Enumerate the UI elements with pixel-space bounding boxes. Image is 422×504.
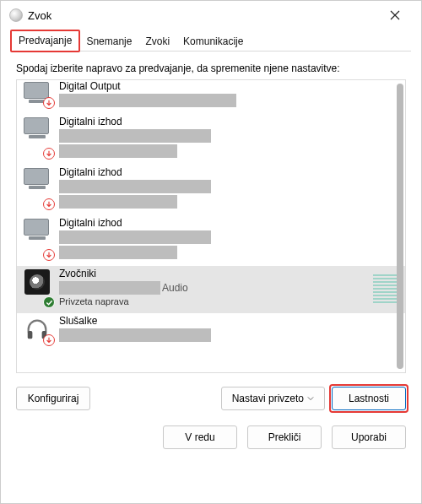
device-name: Zvočniki	[59, 268, 400, 279]
monitor-icon	[24, 168, 51, 192]
tab-communications[interactable]: Komunikacije	[176, 32, 250, 51]
device-desc-redacted	[59, 230, 211, 244]
scrollbar-thumb[interactable]	[397, 84, 403, 369]
tab-recording[interactable]: Snemanje	[79, 32, 138, 51]
arrow-down-badge-icon	[43, 198, 55, 210]
device-list-panel: Digital Output Digitalni izhod	[16, 79, 406, 373]
scrollbar[interactable]	[397, 80, 405, 372]
arrow-down-badge-icon	[43, 334, 55, 346]
ok-button[interactable]: V redu	[163, 425, 237, 449]
device-desc-redacted	[59, 328, 211, 342]
device-status-redacted	[59, 144, 177, 158]
close-icon	[390, 10, 400, 20]
sound-dialog: Zvok Predvajanje Snemanje Zvoki Komunika…	[0, 0, 422, 504]
arrow-down-badge-icon	[43, 249, 55, 261]
device-actions-row: Konfiguriraj Nastavi privzeto Lastnosti	[1, 373, 421, 419]
device-desc-redacted	[59, 129, 211, 143]
app-icon	[9, 8, 23, 22]
tab-sounds[interactable]: Zvoki	[138, 32, 176, 51]
level-meter	[373, 271, 398, 303]
configure-button[interactable]: Konfiguriraj	[16, 387, 90, 410]
chevron-down-icon	[307, 395, 314, 402]
device-desc-redacted	[59, 94, 236, 107]
speaker-icon	[24, 269, 50, 295]
device-name: Digitalni izhod	[59, 166, 400, 178]
device-item[interactable]: Digitalni izhod	[17, 215, 405, 266]
device-list[interactable]: Digital Output Digitalni izhod	[17, 80, 405, 372]
instruction-text: Spodaj izberite napravo za predvajanje, …	[1, 52, 421, 79]
device-status: Privzeta naprava	[59, 296, 400, 306]
device-name: Digitalni izhod	[59, 116, 400, 127]
device-name: Digital Output	[59, 80, 400, 92]
device-item[interactable]: Digitalni izhod	[17, 165, 405, 215]
tab-strip: Predvajanje Snemanje Zvoki Komunikacije	[1, 30, 421, 51]
close-button[interactable]	[377, 3, 413, 27]
device-desc-redacted	[59, 281, 160, 295]
svg-rect-0	[28, 331, 33, 339]
tab-playback[interactable]: Predvajanje	[11, 30, 79, 51]
properties-button[interactable]: Lastnosti	[332, 387, 406, 410]
monitor-icon	[24, 219, 51, 242]
set-default-button[interactable]: Nastavi privzeto	[221, 387, 325, 410]
device-name: Digitalni izhod	[59, 217, 400, 229]
device-desc-suffix: Audio	[160, 282, 188, 294]
titlebar: Zvok	[1, 1, 421, 30]
device-desc-redacted	[59, 180, 211, 193]
apply-button[interactable]: Uporabi	[332, 425, 406, 449]
device-name: Slušalke	[59, 315, 400, 327]
window-title: Zvok	[28, 9, 377, 22]
dialog-footer: V redu Prekliči Uporabi	[1, 419, 421, 459]
device-item-selected[interactable]: Zvočniki Audio Privzeta naprava	[17, 266, 405, 313]
device-status-redacted	[59, 195, 177, 209]
arrow-down-badge-icon	[43, 148, 55, 160]
device-item[interactable]: Digital Output	[17, 80, 405, 114]
device-item[interactable]: Digitalni izhod	[17, 114, 405, 165]
check-badge-icon	[43, 296, 55, 308]
device-item[interactable]: Slušalke	[17, 313, 405, 351]
monitor-icon	[24, 117, 51, 141]
device-status-redacted	[59, 246, 177, 259]
arrow-down-badge-icon	[43, 97, 55, 109]
cancel-button[interactable]: Prekliči	[247, 425, 322, 449]
